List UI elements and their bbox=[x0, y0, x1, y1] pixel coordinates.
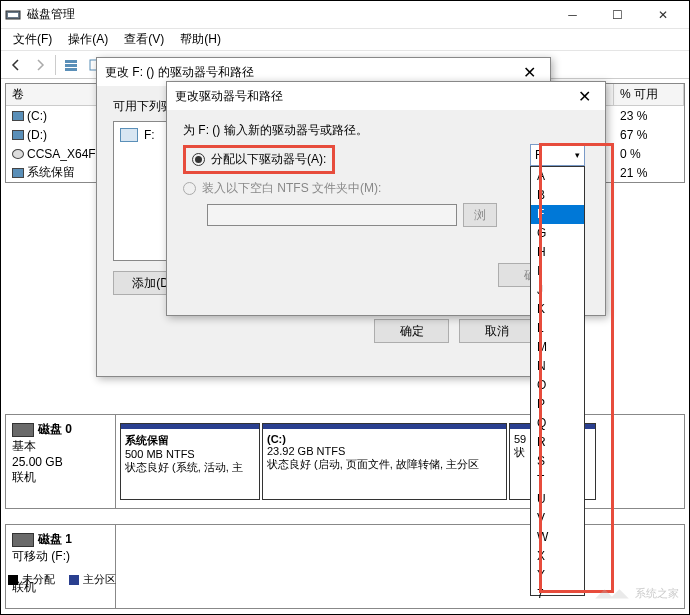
disk-icon bbox=[12, 423, 34, 437]
legend-unallocated: 未分配 bbox=[8, 572, 55, 587]
dropdown-option[interactable]: B bbox=[531, 186, 584, 205]
menu-file[interactable]: 文件(F) bbox=[5, 29, 60, 50]
mount-input-row: 浏 bbox=[183, 203, 589, 227]
toolbar-view-button[interactable] bbox=[60, 54, 82, 76]
close-icon[interactable]: ✕ bbox=[571, 87, 597, 106]
partition-bar bbox=[263, 424, 506, 429]
volume-free: 0 % bbox=[614, 146, 684, 162]
dropdown-option[interactable]: Y bbox=[531, 566, 584, 585]
partition-status: 状 bbox=[514, 445, 529, 460]
disk-status: 联机 bbox=[12, 469, 109, 486]
radio-assign[interactable] bbox=[192, 153, 205, 166]
dialog-title: 更改驱动器号和路径 bbox=[175, 88, 571, 105]
chevron-down-icon: ▾ bbox=[575, 150, 580, 160]
volume-free: 23 % bbox=[614, 108, 684, 124]
dropdown-option[interactable]: P bbox=[531, 395, 584, 414]
forward-button[interactable] bbox=[29, 54, 51, 76]
ok-button[interactable]: 确定 bbox=[374, 319, 449, 343]
browse-button: 浏 bbox=[463, 203, 497, 227]
dropdown-value: F bbox=[535, 148, 542, 162]
volume-name: (D:) bbox=[27, 128, 47, 142]
disk-icon bbox=[12, 533, 34, 547]
minimize-button[interactable]: ─ bbox=[550, 2, 595, 28]
dropdown-option[interactable]: H bbox=[531, 243, 584, 262]
dropdown-option[interactable]: Q bbox=[531, 414, 584, 433]
partition-label: 系统保留 bbox=[125, 433, 255, 448]
radio-mount-label: 装入以下空白 NTFS 文件夹中(M): bbox=[202, 180, 381, 197]
dropdown-list[interactable]: ABFGHIJKLMNOPQRSTUVWXY7 bbox=[530, 166, 585, 596]
menu-view[interactable]: 查看(V) bbox=[116, 29, 172, 50]
window-controls: ─ ☐ ✕ bbox=[550, 2, 685, 28]
dropdown-select[interactable]: F ▾ bbox=[530, 144, 585, 166]
highlight-annotation: 分配以下驱动器号(A): bbox=[183, 145, 335, 174]
volume-icon bbox=[12, 168, 24, 178]
radio-mount[interactable] bbox=[183, 182, 196, 195]
dropdown-option[interactable]: F bbox=[531, 205, 584, 224]
legend: 未分配 主分区 bbox=[5, 569, 119, 590]
dropdown-option[interactable]: W bbox=[531, 528, 584, 547]
watermark-text: 系统之家 bbox=[635, 586, 679, 601]
drive-letter-dropdown[interactable]: F ▾ ABFGHIJKLMNOPQRSTUVWXY7 bbox=[530, 144, 585, 596]
dropdown-option[interactable]: M bbox=[531, 338, 584, 357]
volume-free: 21 % bbox=[614, 165, 684, 181]
svg-rect-4 bbox=[65, 68, 77, 71]
radio-assign-label: 分配以下驱动器号(A): bbox=[211, 151, 326, 168]
volume-name: 系统保留 bbox=[27, 165, 75, 179]
dialog-instruction: 为 F: () 输入新的驱动器号或路径。 bbox=[183, 122, 589, 139]
titlebar: 磁盘管理 ─ ☐ ✕ bbox=[1, 1, 689, 29]
drive-icon bbox=[120, 128, 138, 142]
volume-free: 67 % bbox=[614, 127, 684, 143]
svg-rect-2 bbox=[65, 60, 77, 63]
legend-square-blue bbox=[69, 575, 79, 585]
radio-mount-row[interactable]: 装入以下空白 NTFS 文件夹中(M): bbox=[183, 180, 589, 197]
partition[interactable]: (C:) 23.92 GB NTFS 状态良好 (启动, 页面文件, 故障转储,… bbox=[262, 423, 507, 500]
menu-action[interactable]: 操作(A) bbox=[60, 29, 116, 50]
dropdown-option[interactable]: N bbox=[531, 357, 584, 376]
dropdown-option[interactable]: J bbox=[531, 281, 584, 300]
header-free[interactable]: % 可用 bbox=[614, 84, 684, 105]
dropdown-option[interactable]: L bbox=[531, 319, 584, 338]
partition-size: 500 MB NTFS bbox=[125, 448, 255, 460]
cancel-button[interactable]: 取消 bbox=[459, 319, 534, 343]
dropdown-option[interactable]: O bbox=[531, 376, 584, 395]
partition-bar bbox=[121, 424, 259, 429]
change-drive-letter-dialog: 更改驱动器号和路径 ✕ 为 F: () 输入新的驱动器号或路径。 分配以下驱动器… bbox=[166, 81, 606, 316]
volume-name: (C:) bbox=[27, 109, 47, 123]
legend-square-black bbox=[8, 575, 18, 585]
radio-assign-row[interactable]: 分配以下驱动器号(A): bbox=[183, 145, 589, 174]
header-volume[interactable]: 卷 bbox=[6, 84, 106, 105]
dropdown-option[interactable]: 7 bbox=[531, 585, 584, 604]
disk-size: 25.00 GB bbox=[12, 455, 109, 469]
svg-rect-1 bbox=[8, 13, 18, 17]
disk-type: 可移动 (F:) bbox=[12, 548, 109, 565]
mount-path-input bbox=[207, 204, 457, 226]
dropdown-option[interactable]: A bbox=[531, 167, 584, 186]
dropdown-option[interactable]: R bbox=[531, 433, 584, 452]
maximize-button[interactable]: ☐ bbox=[595, 2, 640, 28]
dropdown-option[interactable]: K bbox=[531, 300, 584, 319]
partition-size: 59 bbox=[514, 433, 529, 445]
dropdown-option[interactable]: I bbox=[531, 262, 584, 281]
dropdown-option[interactable]: U bbox=[531, 490, 584, 509]
disk-title: 磁盘 0 bbox=[12, 421, 109, 438]
disk-title: 磁盘 1 bbox=[12, 531, 109, 548]
dropdown-option[interactable]: X bbox=[531, 547, 584, 566]
legend-primary: 主分区 bbox=[69, 572, 116, 587]
close-icon[interactable]: ✕ bbox=[516, 63, 542, 82]
app-icon bbox=[5, 7, 21, 23]
menu-help[interactable]: 帮助(H) bbox=[172, 29, 229, 50]
dropdown-option[interactable]: V bbox=[531, 509, 584, 528]
dialog-footer: 确定 bbox=[183, 233, 589, 299]
disk-name: 磁盘 1 bbox=[38, 531, 72, 548]
dropdown-option[interactable]: T bbox=[531, 471, 584, 490]
back-button[interactable] bbox=[5, 54, 27, 76]
toolbar-separator bbox=[55, 55, 56, 75]
watermark: 系统之家 bbox=[593, 580, 679, 606]
volume-icon bbox=[12, 130, 24, 140]
partition[interactable]: 系统保留 500 MB NTFS 状态良好 (系统, 活动, 主 bbox=[120, 423, 260, 500]
disk-info: 磁盘 1 可移动 (F:) 联机 bbox=[6, 525, 116, 608]
close-button[interactable]: ✕ bbox=[640, 2, 685, 28]
disk-info: 磁盘 0 基本 25.00 GB 联机 bbox=[6, 415, 116, 508]
dropdown-option[interactable]: G bbox=[531, 224, 584, 243]
dropdown-option[interactable]: S bbox=[531, 452, 584, 471]
